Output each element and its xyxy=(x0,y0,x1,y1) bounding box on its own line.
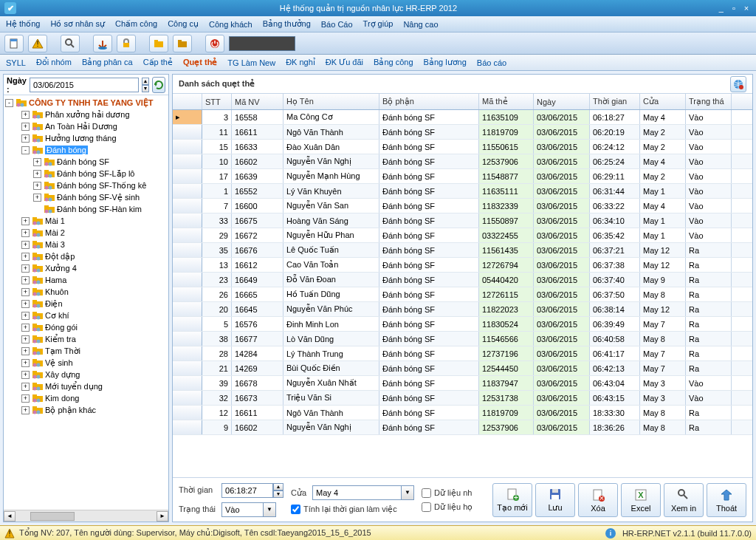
toolbar-search-input[interactable] xyxy=(229,36,295,51)
excel-button[interactable]: XExcel xyxy=(621,483,661,517)
org-tree[interactable]: -CÔNG TY TNHH TAE YANG VIỆT+Phân xưởng h… xyxy=(4,95,168,510)
menu-Hệ thống[interactable]: Hệ thống xyxy=(6,19,40,29)
table-row[interactable]: 116552Lý Văn KhuyênĐánh bóng SF116351110… xyxy=(173,184,752,199)
delete-button[interactable]: ×Xóa xyxy=(578,483,618,517)
grid-body[interactable]: ▸316558Ma Công CơĐánh bóng SF1163510903/… xyxy=(173,110,752,477)
import-button[interactable] xyxy=(93,35,112,52)
tree-node[interactable]: +Hama xyxy=(5,274,167,286)
col-Mã thẻ[interactable]: Mã thẻ xyxy=(479,94,534,109)
folder1-button[interactable] xyxy=(149,35,168,52)
tree-node[interactable]: +Mài 1 xyxy=(5,215,167,227)
table-row[interactable]: 1216611Ngô Văn ThànhĐánh bóng SF11819709… xyxy=(173,406,752,420)
col-STT[interactable]: STT xyxy=(202,94,232,109)
tree-node[interactable]: +Xưởng 4 xyxy=(5,262,167,274)
tab-Báo cáo[interactable]: Báo cáo xyxy=(477,58,506,67)
menu-Công khách[interactable]: Công khách xyxy=(209,20,252,29)
tree-hscroll[interactable]: ◄► xyxy=(4,510,168,522)
table-row[interactable]: 2016645Nguyễn Văn PhúcĐánh bóng SF118220… xyxy=(173,302,752,317)
power-button[interactable] xyxy=(205,35,224,52)
data-grid[interactable]: STTMã NVHọ TênBộ phậnMã thẻNgàyThời gian… xyxy=(173,94,752,477)
tab-Bảng lương[interactable]: Bảng lương xyxy=(424,58,467,67)
tree-node[interactable]: +Cơ khí xyxy=(5,310,167,321)
refresh-button[interactable] xyxy=(152,77,165,93)
data-ho-checkbox[interactable] xyxy=(422,502,431,512)
maximize-button[interactable]: ▫ xyxy=(729,4,739,13)
minimize-button[interactable]: _ xyxy=(716,4,726,13)
date-input[interactable] xyxy=(30,78,139,92)
new-doc-button[interactable] xyxy=(4,35,24,52)
folder2-button[interactable] xyxy=(173,35,192,52)
table-row[interactable]: 3816677Lò Văn DũngĐánh bóng SF1154656603… xyxy=(173,332,752,346)
table-row[interactable]: ▸316558Ma Công CơĐánh bóng SF1163510903/… xyxy=(173,110,752,125)
close-button[interactable]: × xyxy=(741,4,752,13)
col-Họ Tên[interactable]: Họ Tên xyxy=(284,94,379,109)
tree-node[interactable]: +Tạm Thời xyxy=(5,345,167,357)
menu-Chấm công[interactable]: Chấm công xyxy=(115,19,157,29)
time-spinner[interactable]: ▲▼ xyxy=(273,483,284,498)
tab-Bảng công[interactable]: Bảng công xyxy=(374,58,413,67)
menu-Trợ giúp[interactable]: Trợ giúp xyxy=(363,19,394,29)
warning-button[interactable]: ! xyxy=(28,35,47,52)
tree-node[interactable]: +An Toàn Hải Dương xyxy=(5,120,167,132)
table-row[interactable]: 2316649Đỗ Văn ĐoanĐánh bóng SF0544042003… xyxy=(173,273,752,287)
recalc-checkbox[interactable] xyxy=(291,505,300,514)
tree-node[interactable]: +Xây dựng xyxy=(5,369,167,380)
menu-Hồ sơ nhân sự[interactable]: Hồ sơ nhân sự xyxy=(50,19,105,29)
col-Thời gian[interactable]: Thời gian xyxy=(590,94,640,109)
table-row[interactable]: 2114269Bùi Quốc ĐiềnĐánh bóng SF12544450… xyxy=(173,361,752,376)
table-row[interactable]: 3216673Triệu Văn SiĐánh bóng SF125317380… xyxy=(173,391,752,406)
tab-SYLL[interactable]: SYLL xyxy=(6,58,26,67)
date-spinner[interactable]: ▲▼ xyxy=(142,78,149,92)
time-input[interactable] xyxy=(221,483,273,498)
menu-Nâng cao[interactable]: Nâng cao xyxy=(403,20,438,29)
tree-node[interactable]: -Đánh bóng xyxy=(5,144,167,156)
tree-node[interactable]: +Vệ sinh xyxy=(5,357,167,369)
exit-button[interactable]: Thoát xyxy=(707,483,746,517)
tree-node[interactable]: +Kiểm tra xyxy=(5,333,167,345)
tab-Bảng phân ca[interactable]: Bảng phân ca xyxy=(82,58,133,67)
tab-ĐK Ưu đãi[interactable]: ĐK Ưu đãi xyxy=(326,58,363,67)
tree-node[interactable]: +Khuôn xyxy=(5,286,167,298)
col-Ngày[interactable]: Ngày xyxy=(534,94,590,109)
tree-node[interactable]: +Kim dong xyxy=(5,392,167,404)
tree-node[interactable]: +Đột dập xyxy=(5,250,167,262)
table-row[interactable]: 1716639Nguyễn Mạnh HùngĐánh bóng SF11548… xyxy=(173,169,752,184)
col-Trạng thá[interactable]: Trạng thá xyxy=(686,94,732,109)
menu-Bảng thưởng[interactable]: Bảng thưởng xyxy=(263,19,311,29)
tree-root[interactable]: -CÔNG TY TNHH TAE YANG VIỆT xyxy=(5,97,167,109)
tree-node[interactable]: +Đánh bóng SF-Lắp lô xyxy=(5,168,167,180)
print-button[interactable]: Xem in xyxy=(664,483,704,517)
table-row[interactable]: 3916678Nguyễn Xuân NhấtĐánh bóng SF11837… xyxy=(173,376,752,391)
table-row[interactable]: 916602Nguyễn Văn NghịĐánh bóng SF1253790… xyxy=(173,420,752,435)
grid-columns[interactable]: STTMã NVHọ TênBộ phậnMã thẻNgàyThời gian… xyxy=(173,94,752,110)
tree-node[interactable]: +Mài 2 xyxy=(5,227,167,239)
tree-node[interactable]: +Đánh bóng SF-Thống kê xyxy=(5,180,167,191)
tree-node[interactable]: +Mới tuyển dụng xyxy=(5,380,167,392)
tab-Quẹt thẻ[interactable]: Quẹt thẻ xyxy=(183,58,217,67)
tab-ĐK nghỉ[interactable]: ĐK nghỉ xyxy=(286,58,315,67)
tree-node[interactable]: +Phân xưởng hải dương xyxy=(5,109,167,120)
table-row[interactable]: 1316612Cao Văn ToảnĐánh bóng SF127267940… xyxy=(173,258,752,273)
col-Cửa[interactable]: Cửa xyxy=(640,94,686,109)
table-row[interactable]: 2916672Nguyễn Hữu PhanĐánh bóng SF033224… xyxy=(173,228,752,243)
menu-Báo Cáo[interactable]: Báo Cáo xyxy=(321,20,353,29)
data-nh-checkbox[interactable] xyxy=(422,488,431,498)
tree-node[interactable]: +Đánh bóng SF-Vệ sinh xyxy=(5,191,167,203)
table-row[interactable]: 1516633Đào Xuân DânĐánh bóng SF115506150… xyxy=(173,140,752,154)
tree-node[interactable]: +Điện xyxy=(5,298,167,310)
table-row[interactable]: 1016602Nguyễn Văn NghịĐánh bóng SF125379… xyxy=(173,154,752,169)
lock-button[interactable] xyxy=(117,35,136,52)
tree-node[interactable]: Đánh bóng SF-Hàn kim xyxy=(5,203,167,215)
tree-node[interactable]: +Đóng gói xyxy=(5,321,167,333)
tab-Cấp thẻ[interactable]: Cấp thẻ xyxy=(143,58,173,67)
status-select[interactable] xyxy=(221,502,263,517)
table-row[interactable]: 3516676Lê Quốc TuấnĐánh bóng SF115614350… xyxy=(173,243,752,258)
table-row[interactable]: 716600Nguyễn Văn SanĐánh bóng SF11832339… xyxy=(173,199,752,213)
table-row[interactable]: 1116611Ngô Văn ThànhĐánh bóng SF11819709… xyxy=(173,125,752,140)
tree-node[interactable]: +Bộ phận khác xyxy=(5,404,167,416)
table-row[interactable]: 516576Đinh Minh LonĐánh bóng SF118305240… xyxy=(173,317,752,332)
table-row[interactable]: 3316675Hoàng Văn SángĐánh bóng SF1155089… xyxy=(173,213,752,228)
tree-node[interactable]: +Hưởng lương tháng xyxy=(5,132,167,144)
globe-button[interactable] xyxy=(730,76,746,92)
save-button[interactable]: Lưu xyxy=(535,483,575,517)
